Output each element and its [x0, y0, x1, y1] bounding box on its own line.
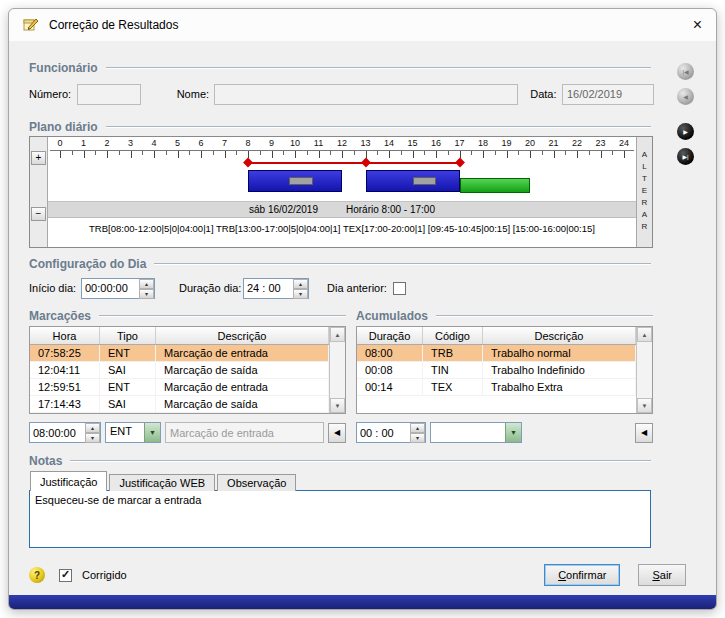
- help-icon[interactable]: ?: [29, 567, 45, 583]
- table-row[interactable]: 08:00TRBTrabalho normal: [357, 345, 636, 362]
- confirmar-label: Confirmar: [558, 569, 606, 581]
- table-row[interactable]: 12:59:51ENTMarcação de entrada: [30, 379, 329, 396]
- numero-input[interactable]: [77, 84, 141, 105]
- cell: Trabalho Indefinido: [483, 362, 636, 378]
- cell: 07:58:25: [30, 345, 100, 361]
- plano-group-header: Plano diário: [29, 120, 651, 134]
- acumulados-edit-row: ▴ ▾ ▼ ◀: [356, 422, 653, 443]
- ruler-tick: [272, 151, 273, 158]
- duracao-dia-input[interactable]: [244, 279, 293, 298]
- scroll-down-button[interactable]: ▼: [330, 398, 345, 413]
- spin-up-icon[interactable]: ▴: [139, 279, 154, 289]
- scroll-track[interactable]: [637, 342, 652, 398]
- cell: TIN: [423, 362, 483, 378]
- group-rule: [70, 460, 651, 462]
- marcacoes-group-title: Marcações: [29, 309, 91, 323]
- marcacoes-edit-row: ▴ ▾ ENT ▼ ◀: [29, 422, 346, 443]
- table-row[interactable]: 07:58:25ENTMarcação de entrada: [30, 345, 329, 362]
- notas-textarea[interactable]: Esqueceu-se de marcar a entrada: [29, 490, 651, 548]
- scroll-track[interactable]: [330, 342, 345, 398]
- sair-button[interactable]: Sair: [638, 564, 686, 586]
- spin-down-icon[interactable]: ▾: [293, 289, 308, 299]
- acumulado-codigo-combo[interactable]: ▼: [430, 422, 522, 443]
- close-button[interactable]: ×: [693, 17, 702, 33]
- ruler-tick: [507, 151, 508, 158]
- inicio-dia-spinner[interactable]: ▴ ▾: [81, 278, 155, 299]
- hour-label: 11: [314, 138, 323, 148]
- dia-anterior-label: Dia anterior:: [327, 282, 393, 294]
- apply-acumulado-button[interactable]: ◀: [635, 423, 653, 443]
- inicio-dia-input[interactable]: [82, 279, 139, 298]
- zoom-out-button[interactable]: −: [31, 207, 46, 221]
- duracao-dia-spinner[interactable]: ▴ ▾: [243, 278, 309, 299]
- record-nav-button-1[interactable]: ◀: [677, 88, 694, 105]
- data-input[interactable]: [562, 84, 654, 105]
- spin-down-icon[interactable]: ▾: [410, 433, 425, 443]
- acumulado-duracao-spinner[interactable]: ▴ ▾: [356, 422, 426, 443]
- data-label: Data:: [530, 88, 562, 100]
- notas-tab-1[interactable]: Justificação WEB: [109, 474, 215, 491]
- hour-label: 19: [501, 138, 511, 148]
- funcionario-fields: Número: Nome: Data:: [29, 83, 654, 105]
- ruler-tick: [166, 151, 167, 155]
- dialog-client: Funcionário Número: Nome: Data: |◀◀▶▶| P…: [9, 41, 716, 609]
- schedule-marker: [455, 158, 465, 168]
- combo-value: [431, 423, 505, 442]
- scroll-up-button[interactable]: ▲: [637, 327, 652, 342]
- spin-up-icon[interactable]: ▴: [293, 279, 308, 289]
- scroll-down-button[interactable]: ▼: [637, 398, 652, 413]
- acumulado-duracao-input[interactable]: [357, 423, 410, 442]
- table-row[interactable]: 00:08TINTrabalho Indefinido: [357, 362, 636, 379]
- table-row[interactable]: 12:04:11SAIMarcação de saída: [30, 362, 329, 379]
- column-header: Descrição: [483, 327, 636, 344]
- acumulados-table-main: DuraçãoCódigoDescrição 08:00TRBTrabalho …: [357, 327, 636, 413]
- table-row[interactable]: 00:14TEXTrabalho Extra: [357, 379, 636, 396]
- record-nav-button-3[interactable]: ▶|: [677, 148, 694, 165]
- spinner-buttons: ▴ ▾: [85, 423, 100, 442]
- hour-label: 23: [595, 138, 605, 148]
- group-rule: [99, 315, 346, 317]
- nome-input[interactable]: [214, 84, 518, 105]
- confirmar-button[interactable]: Confirmar: [544, 564, 620, 586]
- left-arrow-icon: ◀: [334, 428, 340, 437]
- segment-pause: [289, 177, 313, 185]
- ruler-tick: [295, 151, 296, 158]
- alterar-button[interactable]: ALTERAR: [636, 137, 652, 247]
- spin-up-icon[interactable]: ▴: [410, 423, 425, 433]
- apply-marcacao-button[interactable]: ◀: [328, 423, 346, 443]
- dia-anterior-checkbox[interactable]: ✓: [393, 282, 406, 295]
- scroll-up-button[interactable]: ▲: [330, 327, 345, 342]
- notas-tab-0[interactable]: Justificação: [30, 471, 107, 491]
- correcao-resultados-dialog: Correção de Resultados × Funcionário Núm…: [8, 8, 717, 610]
- marcacao-hora-spinner[interactable]: ▴ ▾: [29, 422, 101, 443]
- spin-down-icon[interactable]: ▾: [85, 433, 100, 443]
- corrigido-checkbox[interactable]: ✓: [59, 569, 72, 582]
- marcacoes-scrollbar[interactable]: ▲ ▼: [329, 327, 345, 413]
- combo-dropdown-icon[interactable]: ▼: [144, 423, 160, 442]
- marcacao-hora-input[interactable]: [30, 423, 85, 442]
- acumulados-group-title: Acumulados: [356, 309, 428, 323]
- cell: SAI: [100, 362, 156, 378]
- hour-label: 17: [454, 138, 464, 148]
- ruler-tick: [189, 151, 190, 155]
- marcacao-tipo-combo[interactable]: ENT ▼: [105, 422, 161, 443]
- combo-dropdown-icon[interactable]: ▼: [505, 423, 521, 442]
- cell: TRB: [423, 345, 483, 361]
- day-horario-text: Horário 8:00 - 17:00: [346, 204, 435, 215]
- spin-down-icon[interactable]: ▾: [139, 289, 154, 299]
- zoom-in-button[interactable]: +: [31, 151, 46, 165]
- record-nav-button-0[interactable]: |◀: [677, 63, 694, 80]
- record-nav-button-2[interactable]: ▶: [677, 123, 694, 140]
- notas-group-header: Notas: [29, 454, 651, 468]
- ruler-tick: [577, 151, 578, 158]
- cell: 08:00: [357, 345, 423, 361]
- spinner-buttons: ▴ ▾: [410, 423, 425, 442]
- ruler-tick: [483, 151, 484, 158]
- ruler-tick: [107, 151, 108, 158]
- table-row[interactable]: 17:14:43SAIMarcação de saída: [30, 396, 329, 413]
- notas-tabs: JustificaçãoJustificação WEBObservação: [30, 471, 298, 491]
- spin-up-icon[interactable]: ▴: [85, 423, 100, 433]
- hour-label: 18: [478, 138, 488, 148]
- acumulados-scrollbar[interactable]: ▲ ▼: [636, 327, 652, 413]
- notas-tab-2[interactable]: Observação: [217, 474, 296, 491]
